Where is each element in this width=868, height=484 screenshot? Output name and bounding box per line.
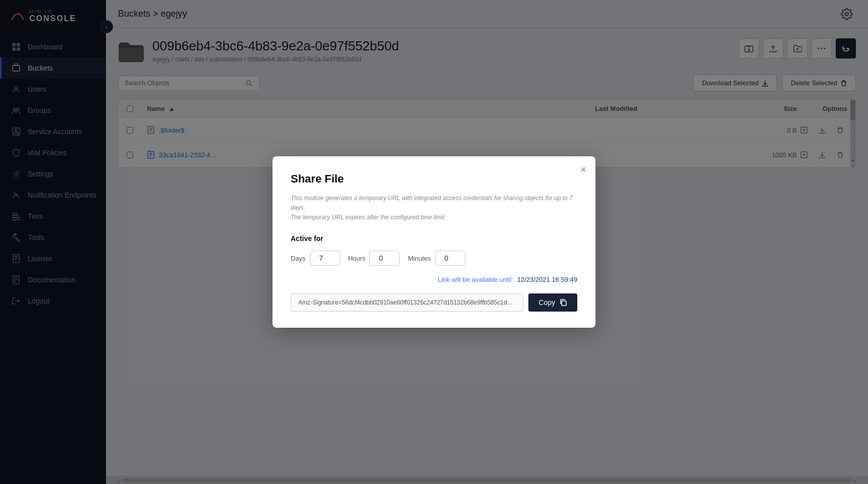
copy-row: Amz-Signature=56dcf4cdbb02910ae60ff01326… — [291, 293, 577, 312]
hours-label: Hours — [348, 255, 366, 262]
hours-field: Hours — [348, 251, 400, 266]
active-for-row: Days Hours Minutes — [291, 251, 577, 266]
link-available-date: 12/23/2021 16:59:49 — [517, 276, 577, 283]
modal-title: Share File — [291, 172, 577, 186]
copy-button[interactable]: Copy — [528, 293, 577, 312]
share-file-modal: × Share File This module generates a tem… — [273, 156, 595, 328]
minutes-field: Minutes — [408, 251, 465, 266]
hours-input[interactable] — [369, 251, 400, 266]
days-input[interactable] — [310, 251, 340, 266]
link-available-text: Link will be available until: 12/23/2021… — [291, 276, 577, 283]
days-label: Days — [291, 255, 306, 262]
url-display: Amz-Signature=56dcf4cdbb02910ae60ff01326… — [291, 293, 523, 312]
modal-close-button[interactable]: × — [580, 164, 586, 174]
modal-desc-line2: The temporary URL expires after the conf… — [291, 214, 446, 221]
copy-icon — [559, 298, 567, 307]
copy-label: Copy — [538, 298, 555, 307]
svg-rect-44 — [562, 301, 566, 306]
link-available-prefix: Link will be available until: — [438, 276, 514, 283]
active-for-label: Active for — [291, 234, 577, 243]
modal-overlay[interactable]: × Share File This module generates a tem… — [0, 0, 868, 484]
modal-desc-line1: This module generates a temporary URL wi… — [291, 195, 573, 211]
minutes-label: Minutes — [408, 255, 431, 262]
minutes-input[interactable] — [435, 251, 465, 266]
days-field: Days — [291, 251, 340, 266]
modal-description: This module generates a temporary URL wi… — [291, 194, 577, 223]
